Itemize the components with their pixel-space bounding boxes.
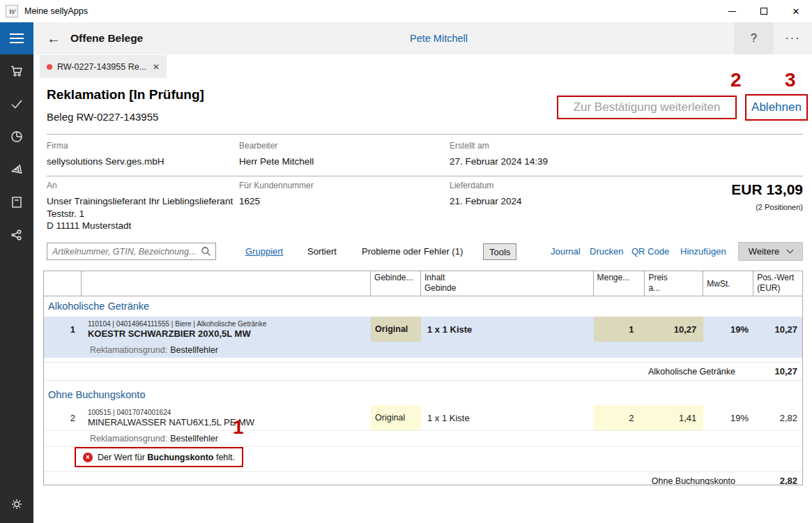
reason-label: Reklamationsgrund: (90, 434, 167, 444)
col-rownum (44, 271, 82, 296)
subtotal-value: 2,82 (756, 476, 802, 485)
cell-preis[interactable]: 1,41 (645, 405, 703, 430)
tab-document[interactable]: RW-0227-143955 Re... ✕ (40, 55, 167, 78)
field-value: Herr Pete Mitchell (239, 156, 314, 168)
document-title: Reklamation [In Prüfung] (47, 87, 204, 103)
forward-button[interactable]: Zur Bestätigung weiterleiten (574, 100, 721, 114)
sortiert-toggle[interactable]: Sortiert (307, 246, 337, 257)
qr-code-link[interactable]: QR Code (631, 246, 669, 257)
cell-pos-wert: 10,27 (753, 317, 802, 342)
sidebar-item-cart[interactable] (0, 54, 33, 87)
document-total: EUR 13,09 (2 Positionen) (731, 181, 803, 211)
app-logo-icon: w (6, 5, 18, 17)
table-header-row: Gebinde... InhaltGebinde Menge... Preisa… (44, 271, 802, 296)
help-button[interactable]: ? (734, 22, 774, 54)
more-button[interactable]: ··· (774, 22, 812, 54)
cell-menge[interactable]: 2 (594, 405, 645, 430)
gear-icon (9, 497, 24, 512)
reason-value: Bestellfehler (170, 434, 218, 444)
sidebar-item-tasks[interactable] (0, 87, 33, 120)
drucken-link[interactable]: Drucken (590, 246, 623, 257)
search-box (47, 243, 216, 260)
field-lieferdatum: Lieferdatum 21. Februar 2024 (450, 181, 522, 208)
field-label: Bearbeiter (239, 141, 314, 151)
gruppiert-toggle[interactable]: Gruppiert (245, 246, 283, 257)
hinzufuegen-link[interactable]: Hinzufügen (680, 246, 726, 257)
cell-inhalt: 1 x 1 Kiste (421, 405, 594, 430)
error-row: × Der Wert für Buchungskonto fehlt. (44, 446, 802, 467)
sidebar-item-share[interactable] (0, 218, 33, 251)
pie-chart-icon (9, 129, 24, 144)
article-meta: 110104 | 04014964111555 | Biere | Alkoho… (88, 320, 266, 328)
field-firma: Firma sellysolutions Serv.ges.mbH (47, 141, 164, 168)
cell-mwst: 19% (703, 317, 753, 342)
group-header[interactable]: Ohne Buchungskonto (44, 385, 802, 405)
tab-close-icon[interactable]: ✕ (153, 62, 160, 72)
cell-gebinde[interactable]: Original (371, 317, 421, 342)
document-view: Reklamation [In Prüfung] Beleg RW-0227-1… (33, 78, 812, 523)
weitere-dropdown[interactable]: Weitere (738, 242, 803, 261)
article-name: KOESTR SCHWARZBIER 20X0,5L MW (88, 328, 251, 339)
table-row[interactable]: 2 100515 | 04017074001624 MINERALWASSER … (44, 405, 802, 430)
annotation-box-reject: Ablehnen (745, 94, 808, 121)
annotation-number-2: 2 (730, 69, 742, 91)
col-pos-wert[interactable]: Pos.-Wert(EUR) (753, 271, 802, 296)
journal-link[interactable]: Journal (551, 246, 581, 257)
app-window: w Meine sellyApps ✕ ← Offene Belege Pete… (0, 0, 812, 523)
positions-toolbar: Gruppiert Sortiert Probleme oder Fehler … (33, 241, 812, 264)
error-annotation-box: × Der Wert für Buchungskonto fehlt. (75, 447, 243, 467)
field-value: 1625 (239, 195, 314, 208)
search-input[interactable] (47, 247, 201, 257)
address-line: D 11111 Musterstadt (47, 220, 233, 232)
sidebar-item-catalog[interactable] (0, 185, 33, 218)
reject-button[interactable]: Ablehnen (751, 100, 802, 114)
menu-button[interactable] (0, 22, 33, 54)
window-title: Meine sellyApps (24, 6, 88, 16)
col-mwst[interactable]: MwSt. (703, 271, 753, 296)
group-header[interactable]: Alkoholische Getränke (44, 296, 802, 317)
titlebar: w Meine sellyApps ✕ (0, 0, 812, 22)
cell-preis[interactable]: 10,27 (645, 317, 703, 342)
user-link[interactable]: Pete Mitchell (410, 22, 468, 54)
col-inhalt-gebinde[interactable]: InhaltGebinde (421, 271, 594, 296)
cell-gebinde[interactable]: Original (371, 405, 421, 430)
row-number: 2 (44, 405, 82, 430)
sidebar-item-reports[interactable] (0, 120, 33, 153)
back-button[interactable]: ← (42, 22, 66, 54)
address-line: Teststr. 1 (47, 208, 233, 220)
document-number: Beleg RW-0227-143955 (47, 111, 158, 123)
share-icon (9, 227, 24, 243)
search-icon[interactable] (201, 246, 211, 257)
row-description: 110104 | 04014964111555 | Biere | Alkoho… (82, 317, 371, 342)
header-bar: ← Offene Belege Pete Mitchell ? ··· (0, 22, 812, 54)
help-icon: ? (751, 32, 757, 45)
article-meta: 100515 | 04017074001624 (88, 409, 171, 417)
chevron-down-icon (787, 247, 794, 254)
probleme-filter[interactable]: Probleme oder Fehler (1) (362, 246, 463, 257)
field-value: sellysolutions Serv.ges.mbH (47, 156, 164, 168)
annotation-box-forward: Zur Bestätigung weiterleiten (557, 96, 737, 119)
col-preis[interactable]: Preisa... (645, 271, 703, 296)
subtotal-value: 10,27 (756, 366, 802, 377)
field-an: An Unser Trainingslieferant Ihr Liebling… (47, 181, 233, 232)
weitere-label: Weitere (749, 246, 780, 257)
field-kundennummer: Für Kundennummer 1625 (239, 181, 314, 208)
sidebar-item-offers[interactable] (0, 153, 33, 185)
maximize-button[interactable] (748, 0, 780, 22)
minimize-button[interactable] (716, 0, 748, 22)
sidebar-item-settings[interactable] (0, 487, 33, 520)
close-button[interactable]: ✕ (780, 0, 812, 22)
group-subtotal-row: Ohne Buchungskonto 2,82 (44, 471, 802, 485)
total-amount: EUR 13,09 (731, 181, 803, 198)
close-icon: ✕ (792, 6, 800, 17)
tools-button[interactable]: Tools (483, 243, 516, 260)
subtotal-label: Ohne Buchungskonto (652, 476, 735, 486)
tab-label: RW-0227-143955 Re... (57, 62, 146, 72)
cell-menge[interactable]: 1 (594, 317, 645, 342)
subtotal-label: Alkoholische Getränke (648, 367, 735, 377)
total-positions: (2 Positionen) (731, 203, 803, 211)
col-gebinde[interactable]: Gebinde... (371, 271, 421, 296)
article-name: MINERALWASSER NATU6X1,5L PE MW (88, 417, 254, 427)
table-row[interactable]: 1 110104 | 04014964111555 | Biere | Alko… (44, 317, 802, 342)
col-menge[interactable]: Menge... (594, 271, 645, 296)
